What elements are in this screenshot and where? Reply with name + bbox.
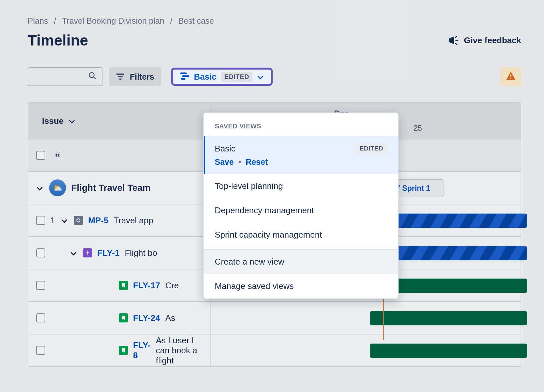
team-avatar: ⛅: [49, 179, 66, 196]
give-feedback-button[interactable]: Give feedback: [448, 35, 521, 46]
issue-type-epic-icon: [83, 248, 92, 257]
warnings-button[interactable]: [500, 67, 521, 86]
svg-point-0: [89, 72, 94, 77]
row-checkbox[interactable]: [36, 313, 45, 322]
breadcrumb-scenario[interactable]: Best case: [178, 16, 214, 26]
svg-rect-7: [181, 78, 185, 80]
breadcrumb-separator: /: [167, 16, 176, 26]
warning-icon: [506, 71, 516, 83]
dot-separator: •: [238, 157, 241, 167]
issue-summary[interactable]: Cre: [165, 281, 179, 291]
chevron-down-icon[interactable]: [36, 183, 44, 193]
row-checkbox[interactable]: [36, 346, 45, 355]
row-number-header: #: [55, 150, 60, 161]
chevron-down-icon[interactable]: [70, 248, 78, 258]
svg-rect-5: [180, 72, 187, 74]
search-input[interactable]: [28, 67, 102, 86]
issue-key[interactable]: FLY-17: [133, 281, 160, 291]
saved-views-dropdown: SAVED VIEWS Basic EDITED Save • Reset To…: [203, 112, 399, 299]
dropdown-header: SAVED VIEWS: [204, 113, 398, 136]
breadcrumb: Plans / Travel Booking Division plan / B…: [28, 16, 521, 26]
view-selector-button[interactable]: Basic EDITED: [171, 68, 273, 86]
svg-point-10: [77, 219, 80, 222]
saved-view-item[interactable]: Top-level planning: [204, 174, 398, 198]
breadcrumb-plan[interactable]: Travel Booking Division plan: [62, 16, 165, 26]
svg-rect-6: [182, 75, 189, 77]
feedback-label: Give feedback: [464, 35, 521, 46]
row-checkbox[interactable]: [36, 216, 45, 225]
saved-view-item[interactable]: Dependency management: [204, 198, 398, 223]
chevron-down-icon: [257, 72, 264, 82]
issue-summary[interactable]: As: [165, 313, 175, 323]
saved-view-item-basic[interactable]: Basic EDITED Save • Reset: [204, 136, 398, 174]
issue-summary[interactable]: Travel app: [114, 216, 153, 226]
timeline-bar[interactable]: [370, 344, 527, 358]
filter-icon: [116, 72, 125, 82]
edited-badge: EDITED: [356, 143, 387, 154]
svg-rect-4: [119, 78, 122, 80]
reset-view-button[interactable]: Reset: [246, 157, 268, 167]
issue-type-story-icon: [119, 281, 128, 290]
issue-summary[interactable]: Flight bo: [125, 248, 157, 258]
filters-button[interactable]: Filters: [109, 67, 161, 86]
row-number: 1: [50, 216, 56, 225]
issue-key[interactable]: FLY-1: [97, 248, 119, 258]
svg-line-1: [93, 77, 96, 79]
manage-views-button[interactable]: Manage saved views: [204, 274, 398, 298]
svg-rect-8: [510, 74, 511, 77]
issue-type-story-icon: [119, 346, 128, 355]
view-item-name: Basic: [215, 144, 236, 154]
issue-summary[interactable]: As I user I can book a flight: [156, 335, 210, 366]
chevron-down-icon: [68, 116, 75, 126]
svg-rect-3: [118, 76, 123, 77]
day-label: 25: [414, 124, 422, 133]
svg-rect-9: [510, 78, 511, 79]
issue-key[interactable]: FLY-8: [133, 340, 151, 360]
chevron-down-icon[interactable]: [61, 216, 69, 226]
save-view-button[interactable]: Save: [215, 157, 234, 167]
issue-column-header[interactable]: Issue: [42, 116, 64, 126]
row-checkbox[interactable]: [36, 248, 45, 257]
search-icon: [88, 72, 97, 82]
page-title: Timeline: [28, 32, 88, 49]
row-checkbox[interactable]: [36, 281, 45, 290]
svg-rect-2: [116, 73, 124, 75]
issue-key[interactable]: FLY-24: [133, 313, 160, 323]
issue-key[interactable]: MP-5: [88, 216, 108, 226]
breadcrumb-plans[interactable]: Plans: [28, 16, 48, 26]
issue-type-story-icon: [119, 313, 128, 322]
team-name: Flight Travel Team: [71, 183, 151, 193]
view-name: Basic: [194, 72, 216, 82]
view-icon: [180, 72, 189, 82]
issue-type-icon: [74, 216, 83, 225]
filters-label: Filters: [130, 72, 154, 82]
timeline-bar[interactable]: [370, 311, 527, 325]
create-view-button[interactable]: Create a new view: [204, 250, 398, 274]
edited-badge: EDITED: [221, 72, 252, 82]
select-all-checkbox[interactable]: [36, 151, 45, 160]
saved-view-item[interactable]: Sprint capacity management: [204, 223, 398, 247]
megaphone-icon: [448, 35, 459, 45]
breadcrumb-separator: /: [51, 16, 60, 26]
